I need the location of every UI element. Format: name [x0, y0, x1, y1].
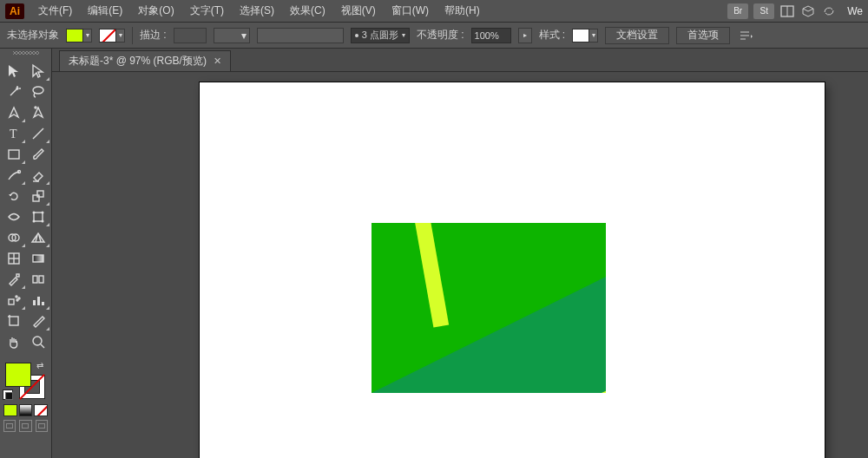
menu-object[interactable]: 对象(O) [131, 1, 181, 21]
preferences-button[interactable]: 首选项 [676, 27, 730, 44]
style-label: 样式 : [539, 28, 566, 43]
opacity-label: 不透明度 : [417, 28, 464, 43]
svg-point-41 [16, 299, 18, 301]
screen-mode-full[interactable] [19, 420, 31, 432]
stroke-swatch[interactable]: ▾ [99, 29, 125, 43]
color-mode-solid[interactable] [3, 404, 17, 416]
pencil-tool[interactable] [2, 165, 26, 186]
stroke-weight-dd[interactable]: ▾ [214, 28, 250, 43]
artboard-tool[interactable] [2, 311, 26, 331]
gpu-icon[interactable] [800, 3, 816, 19]
width-tool[interactable] [2, 206, 26, 227]
svg-point-39 [16, 296, 17, 298]
menu-view[interactable]: 视图(V) [334, 1, 383, 21]
menu-edit[interactable]: 编辑(E) [81, 1, 129, 21]
menu-window[interactable]: 窗口(W) [385, 1, 436, 21]
svg-point-12 [33, 87, 43, 94]
arrange-docs-icon[interactable] [779, 3, 795, 19]
sync-icon[interactable] [821, 3, 837, 19]
svg-rect-21 [37, 191, 43, 197]
column-graph-tool[interactable] [26, 290, 50, 311]
selection-status: 未选择对象 [7, 28, 59, 43]
svg-line-49 [41, 344, 44, 348]
gradient-tool[interactable] [26, 248, 50, 269]
app-logo: Ai [5, 3, 24, 19]
stroke-weight-field[interactable] [174, 28, 207, 43]
perspective-grid-tool[interactable] [26, 227, 50, 248]
free-transform-tool[interactable] [26, 206, 50, 227]
magic-wand-tool[interactable] [2, 82, 26, 102]
document-area: 未标题-3* @ 97% (RGB/预览) ✕ [52, 49, 868, 458]
scale-tool[interactable] [26, 186, 50, 206]
svg-point-48 [33, 337, 42, 345]
screen-mode-pres[interactable] [36, 420, 48, 432]
svg-marker-5 [751, 35, 753, 38]
color-mode-none[interactable] [34, 404, 48, 416]
eraser-tool[interactable] [26, 165, 50, 186]
align-flyout-icon[interactable] [737, 27, 754, 44]
stroke-profile-dd[interactable] [257, 28, 344, 43]
doc-setup-button[interactable]: 文档设置 [605, 27, 669, 44]
lasso-tool[interactable] [26, 82, 50, 102]
menu-type[interactable]: 文字(T) [183, 1, 231, 21]
curvature-tool[interactable] [26, 102, 50, 123]
svg-point-26 [42, 220, 44, 223]
svg-marker-19 [9, 194, 12, 196]
artwork-shape-dark-triangle[interactable] [372, 277, 606, 393]
zoom-tool[interactable] [26, 331, 50, 352]
svg-point-23 [33, 212, 36, 214]
svg-marker-7 [33, 65, 43, 77]
canvas[interactable] [52, 71, 868, 458]
tools-panel: T [0, 49, 52, 458]
artwork-group[interactable] [372, 223, 606, 393]
rotate-tool[interactable] [2, 186, 26, 206]
tool-dock-grip[interactable] [0, 49, 51, 57]
default-fill-stroke-icon[interactable] [3, 390, 12, 399]
menu-effect[interactable]: 效果(C) [283, 1, 332, 21]
style-swatch[interactable]: ▾ [572, 29, 598, 43]
type-tool[interactable]: T [2, 123, 26, 144]
line-segment-tool[interactable] [26, 123, 50, 144]
selection-tool[interactable] [2, 61, 26, 82]
brush-profile[interactable]: 3 点圆形▾ [351, 28, 410, 43]
blend-tool[interactable] [26, 269, 50, 290]
svg-point-24 [42, 212, 44, 214]
menu-help[interactable]: 帮助(H) [437, 1, 487, 21]
swap-fill-stroke-icon[interactable]: ⇄ [36, 361, 43, 370]
pen-tool[interactable] [2, 102, 26, 123]
close-tab-icon[interactable]: ✕ [214, 56, 221, 67]
eyedropper-tool[interactable] [2, 269, 26, 290]
svg-point-25 [33, 220, 36, 223]
svg-rect-44 [42, 302, 44, 305]
paintbrush-tool[interactable] [26, 144, 50, 165]
screen-mode-normal[interactable] [3, 420, 16, 432]
opacity-play[interactable]: ▸ [518, 28, 532, 43]
tools-grid: T [0, 57, 51, 356]
svg-rect-16 [9, 150, 19, 159]
svg-rect-22 [34, 213, 43, 221]
fill-swatch[interactable]: ▾ [66, 29, 92, 43]
shape-builder-tool[interactable] [2, 227, 26, 248]
brush-profile-label: 3 点圆形 [362, 29, 398, 42]
menu-file[interactable]: 文件(F) [31, 1, 79, 21]
color-mode-gradient[interactable] [19, 404, 33, 416]
workspace-menu[interactable]: We [842, 5, 863, 17]
mesh-tool[interactable] [2, 248, 26, 269]
svg-rect-45 [10, 317, 18, 325]
menu-select[interactable]: 选择(S) [233, 1, 281, 21]
svg-marker-6 [9, 65, 18, 77]
symbol-sprayer-tool[interactable] [2, 290, 26, 311]
stroke-label: 描边 : [140, 28, 167, 43]
title-bar-right: Br St We [727, 3, 863, 19]
fill-color-swatch[interactable] [5, 363, 31, 387]
slice-tool[interactable] [26, 311, 50, 331]
stock-button[interactable]: St [753, 3, 774, 19]
color-mode-row [0, 402, 51, 418]
direct-selection-tool[interactable] [26, 61, 50, 82]
rectangle-tool[interactable] [2, 144, 26, 165]
bridge-button[interactable]: Br [727, 3, 748, 19]
opacity-field[interactable]: 100% [471, 28, 511, 43]
svg-rect-20 [33, 195, 39, 201]
hand-tool[interactable] [2, 331, 26, 352]
document-tab[interactable]: 未标题-3* @ 97% (RGB/预览) ✕ [59, 50, 231, 71]
